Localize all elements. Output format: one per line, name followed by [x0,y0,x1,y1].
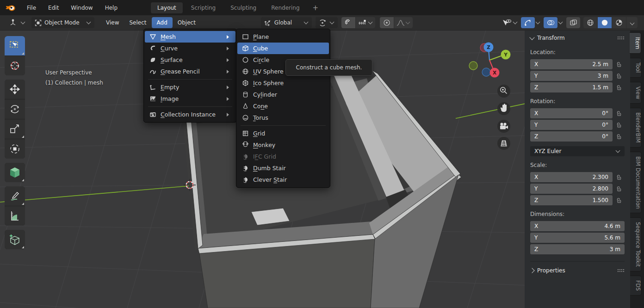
show-gizmo-button[interactable] [521,17,535,28]
workspace-tab-scripting[interactable]: Scripting [185,2,222,13]
tool-add-cube[interactable] [5,230,25,249]
lock-location-x-button[interactable] [613,62,625,68]
snap-toggle-button[interactable] [341,17,355,28]
mesh-menu-item-ico-sphere[interactable]: Ico Sphere [237,77,329,89]
workspace-tab-sculpting[interactable]: Sculpting [224,2,263,13]
rotation-mode-dropdown[interactable]: XYZ Euler [530,146,625,156]
tool-annotate[interactable] [5,186,25,206]
add-menu-item-surface[interactable]: Surface [145,54,235,66]
sidebar-tab-fds[interactable]: FDS [630,276,642,296]
pivot-point-dropdown[interactable] [316,17,338,28]
add-workspace-button[interactable]: + [308,4,323,12]
rotation-z-row: Z0° [530,131,625,142]
add-menu-item-grease-pencil[interactable]: Grease Pencil [145,66,235,77]
panel-drag-handle[interactable] [617,269,625,272]
transform-panel-header[interactable]: Transform [530,32,625,43]
shading-material-button[interactable] [612,17,626,28]
menu-view[interactable]: View [101,17,124,28]
scale-y-field[interactable]: Y2.800 [530,184,613,194]
rotation-z-field[interactable]: Z0° [530,131,613,142]
tool-scale[interactable] [5,119,25,139]
view-perspective-label: User Perspective [45,68,103,78]
tool-transform[interactable] [5,139,25,159]
sidebar-tab-tool[interactable]: Tool [630,58,642,77]
scale-x-field[interactable]: X2.300 [530,172,613,182]
tool-move[interactable] [5,80,25,99]
menu-file[interactable]: File [21,3,42,13]
menu-edit[interactable]: Edit [43,3,64,13]
submenu-arrow-icon [227,58,231,62]
shading-dropdown[interactable] [626,17,638,28]
tool-rotate[interactable] [5,99,25,119]
location-x-field[interactable]: X2.5 m [530,59,613,69]
tool-select-box[interactable] [5,36,25,55]
workspace-tab-rendering[interactable]: Rendering [265,2,306,13]
mesh-menu-item-cube[interactable]: Cube [237,43,329,54]
menu-help[interactable]: Help [99,3,123,13]
lock-rotation-y-button[interactable] [613,122,625,128]
lock-location-z-button[interactable] [613,85,625,91]
menu-add[interactable]: Add [152,17,173,28]
workspace-tab-layout[interactable]: Layout [151,2,183,13]
sidebar-tab-view[interactable]: View [630,82,642,104]
dimensions-z-field[interactable]: Z3 m [530,244,625,254]
sidebar-tab-blenderbim[interactable]: BlenderBIM [630,108,642,148]
object-visibility-dropdown[interactable] [502,19,518,26]
mesh-menu-item-cylinder[interactable]: Cylinder [237,89,329,100]
add-menu-item-collection-instance[interactable]: Collection Instance [145,109,235,120]
rotation-y-field[interactable]: Y0° [530,120,613,130]
mesh-menu-item-cone[interactable]: Cone [237,100,329,112]
show-overlays-button[interactable] [544,17,557,28]
mesh-menu-item-dumb-stair[interactable]: Dumb Stair [237,162,329,174]
mode-dropdown[interactable]: Object Mode [31,17,94,28]
scale-z-field[interactable]: Z1.500 [530,195,613,205]
tool-cursor[interactable] [5,56,25,75]
mesh-menu-item-plane[interactable]: Plane [237,31,329,43]
menu-select[interactable]: Select [124,17,151,28]
shading-wireframe-button[interactable] [583,17,597,28]
dimensions-x-field[interactable]: X4.6 m [530,221,625,231]
lock-rotation-x-button[interactable] [613,111,625,117]
tool-bim-cube[interactable] [5,163,25,182]
sidebar-tab-column: Item Tool View BlenderBIM BIM Documentat… [630,31,644,308]
panel-drag-handle[interactable] [617,36,625,40]
editor-type-selector[interactable] [6,17,29,28]
sidebar-tab-bim-documentation[interactable]: BIM Documentation [630,152,642,214]
mesh-menu-item-monkey[interactable]: Monkey [237,139,329,151]
collection-instance-icon [149,111,157,118]
add-menu-item-mesh[interactable]: Mesh [145,31,235,43]
tool-measure[interactable] [5,206,25,226]
zoom-button[interactable] [497,85,510,98]
sidebar-tab-sequence-toolkit[interactable]: Sequence Toolkit [630,217,642,271]
lock-scale-y-button[interactable] [613,186,625,192]
proportional-editing-button[interactable] [380,17,394,28]
add-menu-item-image[interactable]: Image [145,93,235,105]
add-menu-item-curve[interactable]: Curve [145,43,235,54]
toggle-xray-button[interactable] [566,17,580,28]
location-y-field[interactable]: Y3 m [530,71,613,81]
menu-object[interactable]: Object [173,17,201,28]
menu-window[interactable]: Window [65,3,98,13]
sidebar-tab-item[interactable]: Item [630,32,641,54]
shading-solid-button[interactable] [598,17,612,28]
lock-location-y-button[interactable] [613,73,625,79]
tooltip-text: Construct a cube mesh. [296,64,362,71]
blender-logo-icon[interactable] [5,3,17,13]
rotation-x-field[interactable]: X0° [530,108,613,118]
proportional-falloff-dropdown[interactable] [394,17,413,28]
mesh-menu-item-grid[interactable]: Grid [237,128,329,139]
transform-orientation-dropdown[interactable]: Global [261,17,312,28]
lock-scale-z-button[interactable] [613,197,625,203]
properties-panel-header[interactable]: Properties [530,265,625,277]
mesh-menu-item-clever-stair[interactable]: Clever Stair [237,174,329,185]
location-z-field[interactable]: Z1.5 m [530,82,613,92]
cylinder-icon [241,91,249,98]
axis-y-label: Y [503,52,508,57]
scale-z-row: Z1.500 [530,195,625,205]
dimensions-y-field[interactable]: Y5.6 m [530,233,625,243]
add-menu-item-empty[interactable]: Empty [145,81,235,93]
snap-target-dropdown[interactable] [356,17,375,28]
mesh-menu-item-torus[interactable]: Torus [237,112,329,123]
lock-rotation-z-button[interactable] [613,134,625,140]
lock-scale-x-button[interactable] [613,174,625,180]
